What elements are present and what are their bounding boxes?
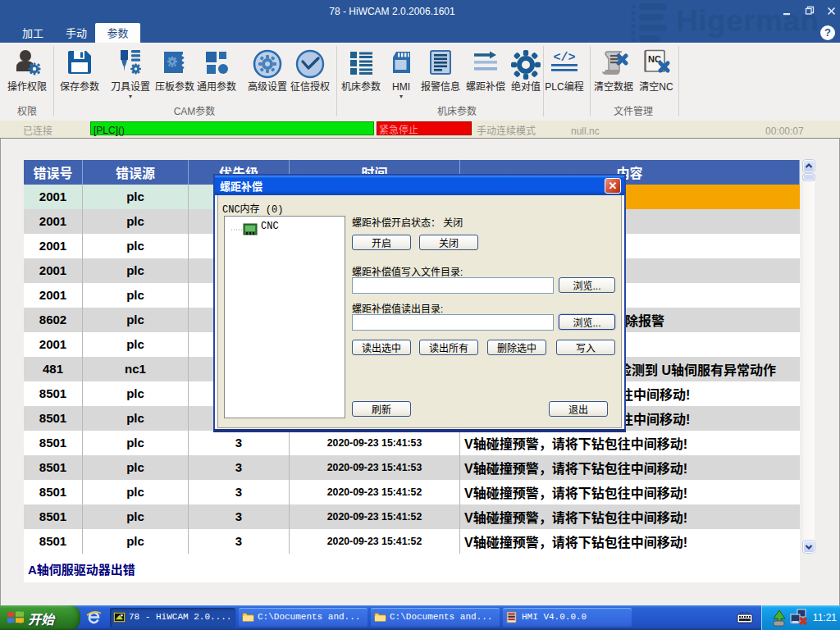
svg-text:</>: </> — [553, 51, 575, 65]
